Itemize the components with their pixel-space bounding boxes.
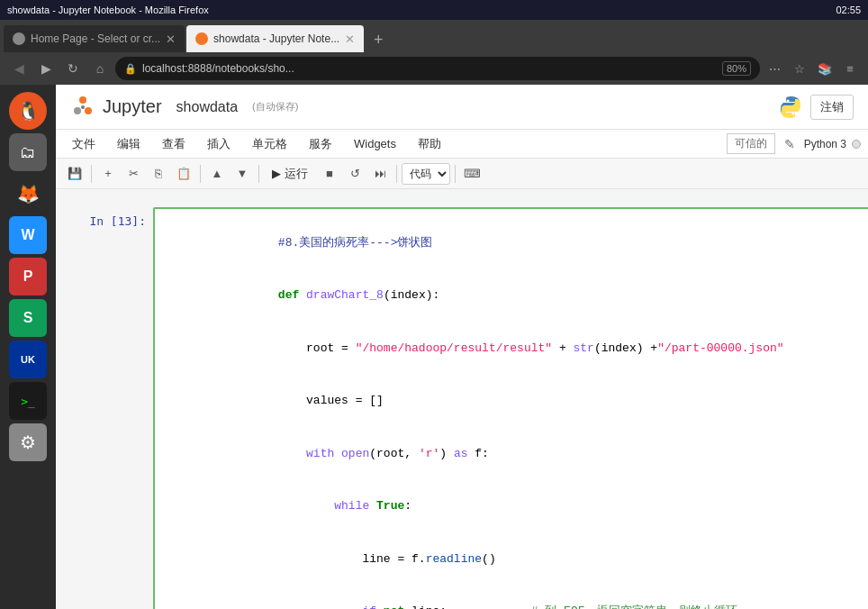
menu-button[interactable]: ≡ xyxy=(839,58,861,79)
move-down-button[interactable]: ▼ xyxy=(231,162,254,186)
menu-file[interactable]: 文件 xyxy=(63,132,104,156)
python-logo-icon xyxy=(778,95,803,120)
dock-pycharm[interactable]: P xyxy=(9,258,47,295)
bookmarks-button[interactable]: 📚 xyxy=(814,58,836,79)
dock-terminal[interactable]: >_ xyxy=(9,382,47,420)
run-cell-button[interactable]: ▶ 运行 xyxy=(264,163,316,185)
toolbar-sep-3 xyxy=(258,165,259,183)
menu-view[interactable]: 查看 xyxy=(153,132,194,156)
toolbar: 💾 + ✂ ⎘ 📋 ▲ ▼ ▶ 运行 ■ ↺ ⏭ 代码 xyxy=(56,159,868,189)
jupyter-header-right: 注销 xyxy=(778,95,854,120)
notebook-area[interactable]: In [13]: #8.美国的病死率--->饼状图 def drawChart_… xyxy=(56,189,868,609)
jupyter-logo-icon xyxy=(70,95,95,120)
toolbar-sep-1 xyxy=(91,165,92,183)
code-cell-13: In [13]: #8.美国的病死率--->饼状图 def drawChart_… xyxy=(74,207,850,609)
browser-content: Jupyter showdata (自动保存) 注销 文件 xyxy=(56,85,868,609)
tab-2-close[interactable]: ✕ xyxy=(345,32,355,46)
menu-kernel[interactable]: 服务 xyxy=(300,132,341,156)
move-up-button[interactable]: ▲ xyxy=(205,162,229,186)
url-text: localhost:8888/notebooks/sho... xyxy=(142,62,717,75)
dock-uk[interactable]: UK xyxy=(9,341,47,378)
cell-content[interactable]: #8.美国的病死率--->饼状图 def drawChart_8(index):… xyxy=(153,207,868,609)
tab-2-label: showdata - Jupyter Note... xyxy=(213,32,339,45)
kernel-info: Python 3 xyxy=(804,138,861,150)
kernel-name: Python 3 xyxy=(804,138,846,150)
svg-point-5 xyxy=(792,112,795,114)
fn-drawchart: drawChart_8 xyxy=(306,288,384,302)
tab-bar: Home Page - Select or cr... ✕ showdata -… xyxy=(0,20,868,52)
menu-bar: 文件 编辑 查看 插入 单元格 服务 Widgets 帮助 可信的 ✎ Pyth… xyxy=(56,130,868,159)
svg-point-4 xyxy=(787,99,790,102)
tab-1-close[interactable]: ✕ xyxy=(166,32,176,46)
os-topbar-left: showdata - Jupyter Notebook - Mozilla Fi… xyxy=(7,5,209,15)
menu-help[interactable]: 帮助 xyxy=(409,132,450,156)
code-editor[interactable]: #8.美国的病死率--->饼状图 def drawChart_8(index):… xyxy=(153,207,868,609)
browser-tab-1[interactable]: Home Page - Select or cr... ✕ xyxy=(4,25,185,52)
save-button[interactable]: 💾 xyxy=(63,162,86,186)
dock-sheets[interactable]: S xyxy=(9,299,47,337)
nav-bar: ◀ ▶ ↻ ⌂ 🔒 localhost:8888/notebooks/sho..… xyxy=(0,52,868,85)
kernel-status-circle xyxy=(852,140,861,149)
dock-firefox[interactable]: 🦊 xyxy=(9,175,47,213)
keyboard-shortcuts-button[interactable]: ⌨ xyxy=(460,162,484,186)
bookmark-button[interactable]: ☆ xyxy=(789,58,810,79)
toolbar-sep-4 xyxy=(396,165,397,183)
menu-widgets[interactable]: Widgets xyxy=(345,133,405,154)
os-time: 02:55 xyxy=(836,5,861,15)
logout-button[interactable]: 注销 xyxy=(810,95,854,120)
add-cell-button[interactable]: + xyxy=(96,162,120,186)
jupyter-logo-text: Jupyter xyxy=(103,96,162,117)
cell-prompt: In [13]: xyxy=(74,207,146,609)
tab-favicon-home xyxy=(13,32,25,45)
forward-button[interactable]: ▶ xyxy=(34,57,58,80)
autosave-status: (自动保存) xyxy=(252,100,298,114)
run-label: 运行 xyxy=(285,166,308,182)
copy-button[interactable]: ⎘ xyxy=(147,162,170,186)
dock-settings[interactable]: ⚙ xyxy=(9,423,47,461)
lock-icon: 🔒 xyxy=(124,63,137,75)
menu-edit[interactable]: 编辑 xyxy=(108,132,149,156)
os-sidebar: 🐧 🗂 🦊 W P S UK >_ ⚙ xyxy=(0,85,56,609)
zoom-level: 80% xyxy=(722,61,751,76)
tab-favicon-jupyter xyxy=(195,32,208,45)
dock-files[interactable]: 🗂 xyxy=(9,133,47,171)
restart-run-button[interactable]: ⏭ xyxy=(368,162,392,186)
restart-button[interactable]: ↺ xyxy=(343,162,366,186)
kw-def: def xyxy=(278,288,306,302)
trusted-button[interactable]: 可信的 xyxy=(727,133,775,154)
svg-point-3 xyxy=(81,105,85,109)
new-tab-button[interactable]: + xyxy=(366,27,391,52)
url-bar[interactable]: 🔒 localhost:8888/notebooks/sho... 80% xyxy=(115,57,760,80)
cell-type-select[interactable]: 代码 xyxy=(402,163,450,185)
menu-insert[interactable]: 插入 xyxy=(198,132,240,156)
stop-button[interactable]: ■ xyxy=(318,162,341,186)
reload-button[interactable]: ↻ xyxy=(61,57,85,80)
window-title: showdata - Jupyter Notebook - Mozilla Fi… xyxy=(7,5,209,15)
jupyter-logo: Jupyter xyxy=(70,95,162,120)
toolbar-sep-5 xyxy=(455,165,456,183)
edit-icon[interactable]: ✎ xyxy=(784,137,795,151)
comment-header: #8.美国的病死率--->饼状图 xyxy=(278,236,433,250)
jupyter-header: Jupyter showdata (自动保存) 注销 xyxy=(56,85,868,130)
run-icon: ▶ xyxy=(272,167,281,180)
nav-icons: ⋯ ☆ 📚 ≡ xyxy=(764,58,861,79)
notebook-name[interactable]: showdata xyxy=(176,99,239,115)
browser-tab-2[interactable]: showdata - Jupyter Note... ✕ xyxy=(186,25,364,52)
os-topbar-right: 02:55 xyxy=(836,5,861,15)
svg-point-1 xyxy=(85,107,92,114)
dock-wayland[interactable]: W xyxy=(9,216,47,254)
back-button[interactable]: ◀ xyxy=(7,57,31,80)
browser-window: Home Page - Select or cr... ✕ showdata -… xyxy=(0,20,868,609)
cut-button[interactable]: ✂ xyxy=(122,162,145,186)
svg-point-2 xyxy=(74,107,81,114)
svg-point-0 xyxy=(79,96,86,104)
os-topbar: showdata - Jupyter Notebook - Mozilla Fi… xyxy=(0,0,868,20)
paste-button[interactable]: 📋 xyxy=(172,162,195,186)
more-button[interactable]: ⋯ xyxy=(764,58,785,79)
tab-1-label: Home Page - Select or cr... xyxy=(31,32,160,45)
toolbar-sep-2 xyxy=(200,165,201,183)
home-button[interactable]: ⌂ xyxy=(88,57,112,80)
dock-ubuntu[interactable]: 🐧 xyxy=(9,92,47,130)
menu-cell[interactable]: 单元格 xyxy=(243,132,296,156)
layout: 🐧 🗂 🦊 W P S UK >_ ⚙ xyxy=(0,85,868,609)
